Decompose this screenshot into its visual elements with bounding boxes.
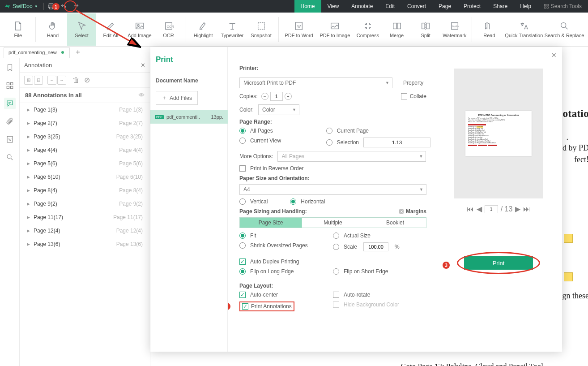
close-panel-button[interactable]: ✕ [141,62,145,69]
ribbon-pdf2image[interactable]: PDF to Image [316,13,353,46]
collapse-all-button[interactable]: ⊟ [34,76,43,85]
printer-select[interactable]: Microsoft Print to PDF▼ [239,78,392,88]
expand-all-button[interactable]: ⊞ [24,76,33,85]
bookmark-icon[interactable] [4,62,16,73]
ribbon-file[interactable]: File [4,13,33,46]
last-page-button[interactable]: ⏭ [523,205,530,213]
ribbon-compress[interactable]: Compress [354,13,383,46]
annotation-page-row[interactable]: ▶Page 4(4)Page 4(4) [20,143,150,157]
ribbon-addimage[interactable]: Add Image [125,13,154,46]
scale-radio[interactable] [333,244,339,250]
document-tab[interactable]: pdf_commenting_new [4,47,70,58]
selection-input[interactable] [363,138,430,147]
note-icon[interactable] [564,234,573,243]
menu-annotate[interactable]: Annotate [345,0,379,13]
ribbon-quicktrans[interactable]: Quick Translation [504,13,544,46]
autocenter-checkbox[interactable]: ✓ [239,292,246,298]
copies-plus-button[interactable]: + [285,93,292,100]
seg-multiple[interactable]: Multiple [302,218,364,228]
annotation-page-row[interactable]: ▶Page 8(4)Page 8(4) [20,184,150,197]
annotation-page-row[interactable]: ▶Page 13(6)Page 13(6) [20,237,150,251]
menu-page[interactable]: Page [432,0,457,13]
ribbon-editall[interactable]: Edit All [96,13,125,46]
search-rail-icon[interactable] [4,151,16,163]
autorotate-checkbox[interactable] [333,292,339,298]
moreoptions-select[interactable]: All Pages▼ [277,151,426,162]
preview-page-input[interactable] [485,205,498,213]
selection-radio[interactable] [326,139,332,146]
ribbon-searchreplace[interactable]: Search & Replace [544,13,584,46]
caret-right-icon: ▶ [27,215,30,220]
annotation-page-row[interactable]: ▶Page 5(6)Page 5(6) [20,157,150,170]
papersize-select[interactable]: A4▼ [239,184,426,195]
shrink-radio[interactable] [239,242,246,249]
close-dialog-button[interactable]: ✕ [551,52,557,59]
menu-view[interactable]: View [321,0,345,13]
currentview-radio[interactable] [239,138,246,144]
menu-edit[interactable]: Edit [379,0,401,13]
annotation-page-row[interactable]: ▶Page 6(10)Page 6(10) [20,170,150,184]
margins-button[interactable]: Margins [399,208,426,215]
add-files-button[interactable]: ＋Add Files [156,91,198,105]
menu-help[interactable]: Help [514,0,537,13]
redo-button[interactable] [70,0,82,13]
seg-pagesize[interactable]: Page Size [240,218,302,228]
menu-protect[interactable]: Protect [457,0,487,13]
printann-checkbox[interactable]: ✓ [242,303,248,310]
menu-convert[interactable]: Convert [401,0,432,13]
ribbon-merge[interactable]: Merge [382,13,411,46]
ribbon-split[interactable]: Split [411,13,440,46]
new-tab-button[interactable]: ＋ [73,48,82,57]
menu-share[interactable]: Share [487,0,514,13]
ribbon-ocr[interactable]: OCROCR [154,13,183,46]
annotation-page-row[interactable]: ▶Page 12(4)Page 12(4) [20,224,150,237]
duplex-checkbox[interactable]: ✓ [239,258,246,265]
annotation-page-row[interactable]: ▶Page 3(25)Page 3(25) [20,130,150,143]
prev-ann-button[interactable]: ← [47,76,56,85]
ribbon-read[interactable]: Read [475,13,504,46]
seg-booklet[interactable]: Booklet [364,218,426,228]
ribbon-typewriter[interactable]: Typewriter [218,13,247,46]
horizontal-radio[interactable] [290,198,296,205]
search-tools-input[interactable]: Search Tools [537,0,588,13]
next-page-button[interactable]: ▶ [515,205,520,213]
app-logo[interactable]: SwifDoo ▼ [0,3,43,9]
annotation-page-row[interactable]: ▶Page 1(3)Page 1(3) [20,103,150,116]
first-page-button[interactable]: ⏮ [467,205,474,213]
prev-page-button[interactable]: ◀ [477,205,482,213]
delete-ann-button[interactable]: 🗑 [72,76,80,84]
flipshort-radio[interactable] [333,268,339,275]
ribbon-select[interactable]: Select [67,13,96,46]
comments-icon[interactable] [4,98,16,109]
thumbnails-icon[interactable] [4,80,16,91]
fliplong-radio[interactable] [239,268,246,275]
property-link[interactable]: Property [403,80,423,86]
menu-home[interactable]: Home [294,0,321,13]
copies-minus-button[interactable]: − [261,93,268,100]
collate-checkbox[interactable] [401,93,407,99]
annotation-page-row[interactable]: ▶Page 11(17)Page 11(17) [20,211,150,224]
allpages-radio[interactable] [239,128,246,134]
ribbon-pdf2word[interactable]: WPDF to Word [281,13,316,46]
ribbon-hand[interactable]: Hand [38,13,68,46]
scale-input[interactable] [363,242,388,251]
next-ann-button[interactable]: → [57,76,66,85]
attachments-icon[interactable] [4,116,16,127]
pin-icon[interactable]: 👁 [139,92,145,99]
ribbon-highlight[interactable]: Highlight [189,13,218,46]
reverse-checkbox[interactable] [239,165,246,172]
annotation-page-row[interactable]: ▶Page 2(7)Page 2(7) [20,116,150,130]
ribbon-watermark[interactable]: MARKWatermark [440,13,469,46]
annotation-page-row[interactable]: ▶Page 9(2)Page 9(2) [20,197,150,211]
delete-all-ann-button[interactable]: ⊘ [84,76,90,84]
ribbon-snapshot[interactable]: Snapshot [247,13,276,46]
currentpage-radio[interactable] [326,128,332,134]
color-select[interactable]: Color▼ [258,104,299,115]
copies-input[interactable] [270,92,283,101]
fit-radio[interactable] [239,233,246,239]
actual-radio[interactable] [333,233,339,239]
file-list-item[interactable]: PDF pdf_commenti.. 13pp. [150,110,228,124]
note-icon[interactable] [564,272,573,281]
word-export-icon[interactable]: W [4,133,16,145]
vertical-radio[interactable] [239,198,246,205]
